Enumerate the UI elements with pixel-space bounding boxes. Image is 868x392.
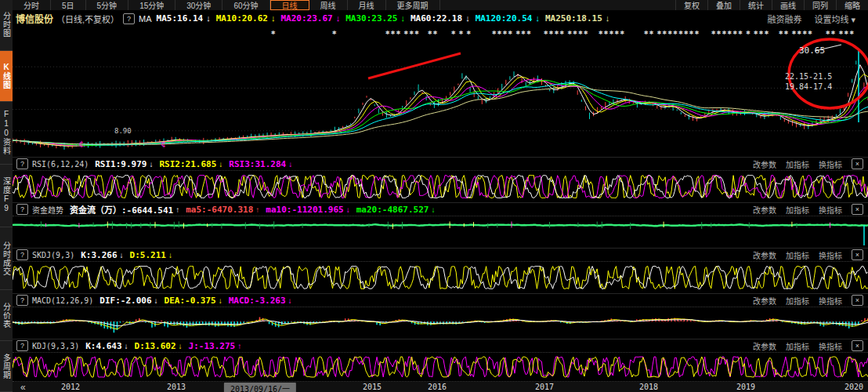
panel-actions: 改参数加指标换指标× (753, 249, 868, 261)
help-icon[interactable]: ? (16, 158, 28, 169)
toolbar-button-复权[interactable]: 复权 (675, 0, 707, 10)
panel-action-加指标[interactable]: 加指标 (786, 204, 809, 216)
panel-action-改参数[interactable]: 改参数 (753, 249, 776, 261)
year-tick: 2012 (61, 383, 80, 391)
chart-canvas (13, 216, 868, 248)
indicator-value: D:13.602 (135, 341, 176, 351)
trend-arrow-icon: ↓ (606, 13, 610, 23)
toolbar-button-同列[interactable]: 同列 (804, 0, 836, 10)
panel-plot (13, 216, 868, 249)
ma-value: MA10:20.62 (216, 13, 268, 24)
close-icon[interactable]: × (852, 158, 863, 169)
help-icon[interactable]: ? (16, 340, 28, 351)
panel-action-加指标[interactable]: 加指标 (786, 158, 809, 170)
tab-30分钟[interactable]: 30分钟 (175, 0, 222, 10)
help-icon[interactable]: ? (16, 249, 28, 260)
year-tick: 2019 (736, 383, 755, 391)
panel-actions: 改参数加指标换指标× (753, 340, 868, 352)
chart-canvas (13, 307, 868, 339)
close-icon[interactable]: × (852, 340, 863, 351)
indicator-value: K:4.643 (85, 341, 121, 351)
trend-arrow-icon: ↓ (336, 13, 341, 23)
trend-arrow-icon: ↓ (125, 342, 128, 350)
ma-value: MA250:18.15 (545, 13, 602, 24)
price-label: 8.90 (114, 127, 132, 135)
title-link-融资融券[interactable]: 融资融券 (767, 13, 801, 25)
sidebar-item-1[interactable]: 分时图 (0, 0, 13, 51)
tab-日线[interactable]: 日线 (270, 0, 309, 10)
period-toolbar: 分时5日5分钟15分钟30分钟60分钟日线周线月线更多周期复权叠加统计画线同列缩… (13, 0, 868, 10)
panel-action-换指标[interactable]: 换指标 (819, 295, 842, 307)
panel-action-改参数[interactable]: 改参数 (753, 295, 776, 307)
panel-action-加指标[interactable]: 加指标 (786, 295, 809, 307)
tab-更多周期[interactable]: 更多周期 (386, 0, 440, 10)
ma-value: MA20:23.67 (280, 13, 332, 24)
tab-周线[interactable]: 周线 (309, 0, 348, 10)
ma-value: MA30:23.25 (345, 13, 397, 24)
indicator-name: 资金趋势 (32, 204, 63, 216)
trend-arrow-icon: ↓ (219, 296, 222, 305)
panel-header: ?SKDJ(9,3)K:3.266↓D:5.211↓改参数加指标换指标× (13, 249, 868, 261)
toolbar-button-画线[interactable]: 画线 (772, 0, 804, 10)
trend-arrow-icon: ↓ (168, 251, 172, 260)
toolbar-button-统计[interactable]: 统计 (740, 0, 772, 10)
sidebar-item-5[interactable]: 分时成交 (0, 227, 13, 290)
sidebar-item-3[interactable]: F10资料 (0, 102, 13, 165)
indicator-value: DEA:-0.375 (165, 296, 216, 306)
title-right-links: 融资融券设置均线 ▾ (767, 13, 868, 25)
kline-chart[interactable]: ✱✱✱✱✱ ✱✱✱✱✱✱ ✱ ✱✱✱✱✱ ✱✱✱✱✱✱✱ ✱✱✱✱✱✱✱✱✱✱✱… (13, 27, 868, 157)
date-cursor-tick[interactable]: 2013/09/16/一 (224, 383, 296, 392)
year-tick: 2015 (363, 383, 382, 391)
tab-分时[interactable]: 分时 (13, 0, 51, 10)
indicator-value: ma10:-11201.965 (266, 205, 343, 215)
panel-action-加指标[interactable]: 加指标 (786, 249, 809, 261)
close-icon[interactable]: × (852, 249, 863, 260)
help-icon[interactable]: ? (16, 204, 28, 215)
trend-arrow-icon: ↓ (219, 160, 222, 169)
panel-action-加指标[interactable]: 加指标 (786, 340, 809, 352)
trend-arrow-icon: ↓ (535, 13, 540, 23)
indicator-value: RSI3:31.284 (229, 159, 286, 169)
help-icon[interactable]: ? (123, 13, 135, 24)
panel-action-换指标[interactable]: 换指标 (819, 204, 842, 216)
tab-月线[interactable]: 月线 (348, 0, 386, 10)
price-label: 22.15-21.5 (785, 72, 832, 81)
toolbar-button-叠加[interactable]: 叠加 (707, 0, 740, 10)
tab-5分钟[interactable]: 5分钟 (86, 0, 129, 10)
close-icon[interactable]: × (852, 204, 863, 215)
tab-5日[interactable]: 5日 (51, 0, 86, 10)
panel-action-改参数[interactable]: 改参数 (753, 204, 776, 216)
year-tick: 2020 (844, 383, 863, 391)
trend-arrow-icon: ↓ (179, 342, 183, 350)
panel-plot (13, 170, 868, 203)
indicator-value: ma20:-4867.527 (356, 205, 429, 215)
trend-arrow-icon: ↓ (431, 205, 435, 214)
title-link-设置均线[interactable]: 设置均线 ▾ (814, 13, 855, 25)
tab-60分钟[interactable]: 60分钟 (222, 0, 269, 10)
sidebar-item-6[interactable]: 分价表 (0, 290, 13, 341)
panel-action-换指标[interactable]: 换指标 (819, 249, 842, 261)
sidebar-item-7[interactable]: 多周期 (0, 341, 13, 392)
panel-action-换指标[interactable]: 换指标 (819, 340, 842, 352)
panel-action-改参数[interactable]: 改参数 (753, 340, 776, 352)
tab-15分钟[interactable]: 15分钟 (128, 0, 175, 10)
chart-canvas (13, 262, 868, 293)
sidebar-item-4[interactable]: 深度F9 (0, 165, 13, 227)
panel-action-换指标[interactable]: 换指标 (819, 158, 842, 170)
trend-arrow-icon: ↑ (237, 342, 241, 350)
indicator-name: MACD(12,26,9) (32, 296, 93, 305)
sidebar-item-2[interactable]: K线图 (0, 51, 13, 102)
panel-plot (13, 261, 868, 294)
indicator-value: RSI2:21.685 (159, 159, 216, 169)
indicator-panel-资金趋势: ?资金趋势资金流（万）:-6644.541↑ma5:-6470.318↑ma10… (13, 202, 868, 249)
indicator-value: J:-13.275 (189, 341, 236, 351)
scroll-back-icon[interactable]: « (20, 382, 26, 392)
close-icon[interactable]: × (852, 295, 863, 306)
panel-action-改参数[interactable]: 改参数 (753, 158, 776, 170)
panel-actions: 改参数加指标换指标× (753, 204, 868, 216)
toolbar-button-缩略[interactable]: 缩略 (836, 0, 868, 10)
trend-arrow-icon: ↓ (120, 251, 124, 260)
indicator-name: SKDJ(9,3) (32, 251, 74, 260)
help-icon[interactable]: ? (16, 295, 28, 306)
chart-canvas (13, 171, 868, 202)
